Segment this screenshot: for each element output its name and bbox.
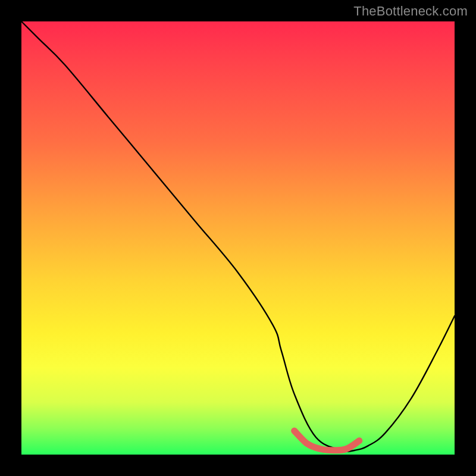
optimal-range-path xyxy=(295,431,359,450)
chart-frame: TheBottleneck.com xyxy=(0,0,476,476)
gradient-plot-area xyxy=(21,21,455,455)
chart-svg xyxy=(21,21,455,455)
bottleneck-curve-path xyxy=(21,21,455,452)
watermark-text: TheBottleneck.com xyxy=(353,4,468,19)
